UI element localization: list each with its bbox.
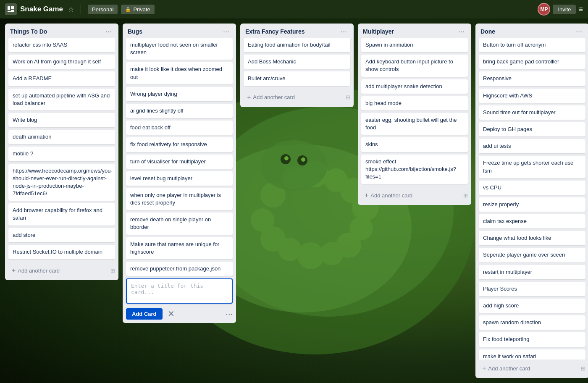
card-things-to-do-0[interactable]: refactor css into SAAS [8, 38, 115, 52]
card-done-6[interactable]: add ui tests [479, 139, 585, 153]
header-divider [81, 4, 81, 14]
column-title-done: Done [480, 28, 495, 35]
plus-icon-done: + [482, 365, 486, 372]
column-title-things-to-do: Things To Do [10, 28, 47, 35]
card-done-7[interactable]: Freeze time up gets shorter each use fsm [479, 156, 585, 178]
column-header-multiplayer: Multiplayer··· [358, 24, 471, 38]
header: Snake Game ☆ Personal 🔒 Private MP Invit… [0, 0, 588, 18]
add-card-label-multiplayer: Add another card [370, 192, 412, 199]
column-title-extra-fancy-features: Extra Fancy Features [245, 28, 305, 35]
add-card-button-things-to-do[interactable]: +Add another card [8, 264, 110, 277]
card-things-to-do-9[interactable]: add store [8, 228, 115, 242]
form-more-button-bugs[interactable]: ··· [226, 309, 233, 319]
private-button[interactable]: 🔒 Private [121, 5, 154, 14]
card-bugs-9[interactable]: remove death on single player on bborder [126, 212, 233, 234]
card-things-to-do-6[interactable]: mobile ? [8, 147, 115, 161]
card-multiplayer-0[interactable]: Spawn in animation [361, 38, 468, 52]
add-card-label-things-to-do: Add another card [18, 268, 60, 274]
card-bugs-8[interactable]: when only one player in multiplayer is d… [126, 188, 233, 210]
column-done: Done···Button to turn off acronymbring b… [475, 24, 588, 378]
card-bugs-11[interactable]: remove puppeteer from package.json [126, 262, 233, 276]
personal-button[interactable]: Personal [88, 5, 118, 14]
card-bugs-7[interactable]: level reset bug mutlplayer [126, 171, 233, 186]
column-menu-button-bugs[interactable]: ··· [221, 28, 231, 35]
column-header-bugs: Bugs··· [123, 24, 236, 38]
column-menu-button-things-to-do[interactable]: ··· [104, 28, 113, 35]
card-done-4[interactable]: Sound time out for multiplayer [479, 105, 585, 120]
card-template-icon-multiplayer[interactable]: ⊞ [463, 192, 468, 199]
header-menu-button[interactable]: ≡ [578, 5, 583, 14]
card-bugs-2[interactable]: Wrong player dying [126, 87, 233, 101]
card-template-icon-done[interactable]: ⊞ [581, 365, 585, 372]
plus-icon-multiplayer: + [365, 192, 368, 199]
invite-button[interactable]: Invite [553, 5, 576, 14]
card-done-1[interactable]: bring back game pad controlller [479, 55, 585, 69]
column-menu-button-multiplayer[interactable]: ··· [457, 28, 466, 35]
card-done-11[interactable]: Change what food looks like [479, 231, 585, 245]
add-card-button-done[interactable]: +Add another card [479, 362, 581, 375]
card-extra-fancy-features-2[interactable]: Bullet arc/cruve [244, 71, 350, 86]
card-things-to-do-1[interactable]: Work on AI from going through it self [8, 55, 115, 69]
card-done-12[interactable]: Seperate player game over sceen [479, 248, 585, 262]
card-done-16[interactable]: spawn random direction [479, 315, 585, 330]
card-things-to-do-8[interactable]: Add browser capability for firefox and s… [8, 203, 115, 225]
card-things-to-do-2[interactable]: Add a README [8, 71, 115, 86]
add-card-submit-button-bugs[interactable]: Add Card [126, 308, 163, 320]
header-right: MP Invite ≡ [538, 3, 583, 16]
card-template-icon-extra-fancy-features[interactable]: ⊞ [346, 94, 350, 100]
star-icon[interactable]: ☆ [68, 5, 74, 13]
add-card-button-multiplayer[interactable]: +Add another card [361, 189, 463, 202]
add-card-form-bugs: Add Card✕··· [123, 278, 236, 323]
column-footer-extra-fancy-features: +Add another card⊞ [240, 89, 354, 107]
board-area: Things To Do···refactor css into SAASWor… [0, 18, 588, 383]
add-card-button-extra-fancy-features[interactable]: +Add another card [244, 91, 346, 104]
card-multiplayer-4[interactable]: easter egg, shooting bullet will get the… [361, 113, 468, 135]
column-footer-done: +Add another card⊞ [475, 359, 588, 378]
add-card-label-done: Add another card [488, 365, 530, 372]
card-extra-fancy-features-1[interactable]: Add Boss Mechanic [244, 55, 350, 69]
card-things-to-do-4[interactable]: Write blog [8, 113, 115, 127]
card-multiplayer-6[interactable]: smoke effect https://github.com/bijectio… [361, 155, 468, 184]
card-done-5[interactable]: Deploy to GH pages [479, 122, 585, 136]
card-done-18[interactable]: make it work on safari [479, 349, 585, 359]
card-things-to-do-10[interactable]: Restrict Socket.IO to multiple domain [8, 245, 115, 259]
card-multiplayer-2[interactable]: add multiplayer snake detection [361, 79, 468, 94]
card-multiplayer-5[interactable]: skins [361, 137, 468, 152]
svg-rect-2 [8, 11, 14, 12]
card-done-13[interactable]: restart in multiplayer [479, 265, 585, 279]
card-bugs-10[interactable]: Make sure that names are unique for high… [126, 237, 233, 259]
card-bugs-1[interactable]: make it look like it does when zoomed ou… [126, 62, 233, 84]
card-bugs-4[interactable]: food eat back off [126, 121, 233, 135]
column-title-multiplayer: Multiplayer [363, 28, 394, 35]
card-done-0[interactable]: Button to turn off acronym [479, 38, 585, 52]
card-done-17[interactable]: Fix food teleporting [479, 332, 585, 346]
column-menu-button-done[interactable]: ··· [574, 28, 584, 35]
card-things-to-do-3[interactable]: set up automated pipeline with ASG and l… [8, 89, 115, 110]
card-done-10[interactable]: claim tax expense [479, 214, 585, 228]
card-done-14[interactable]: Player Scores [479, 282, 585, 296]
column-cards-extra-fancy-features: Eating food animation for body/tailAdd B… [240, 38, 354, 89]
svg-rect-1 [11, 6, 14, 9]
card-done-15[interactable]: add high score [479, 299, 585, 313]
card-things-to-do-7[interactable]: https://www.freecodecamp.org/news/you-sh… [8, 164, 115, 201]
card-done-8[interactable]: vs CPU [479, 181, 585, 195]
card-done-2[interactable]: Responsive [479, 71, 585, 86]
personal-label: Personal [92, 6, 113, 13]
card-bugs-3[interactable]: ai grid lines slightly off [126, 104, 233, 118]
card-done-3[interactable]: Highscore with AWS [479, 89, 585, 103]
column-title-bugs: Bugs [128, 28, 142, 35]
card-template-icon-things-to-do[interactable]: ⊞ [110, 268, 115, 274]
lock-icon: 🔒 [125, 7, 131, 12]
column-footer-things-to-do: +Add another card⊞ [5, 262, 118, 280]
card-bugs-0[interactable]: multiplayer food not seen on smaller scr… [126, 38, 233, 60]
card-done-9[interactable]: resize properly [479, 197, 585, 212]
card-bugs-6[interactable]: turn of visualiser for multiplayer [126, 155, 233, 169]
card-multiplayer-1[interactable]: Add keyboard button input picture to sho… [361, 55, 468, 76]
card-extra-fancy-features-0[interactable]: Eating food animation for body/tail [244, 38, 350, 52]
card-things-to-do-5[interactable]: death animation [8, 130, 115, 144]
add-card-cancel-button-bugs[interactable]: ✕ [166, 308, 176, 320]
column-menu-button-extra-fancy-features[interactable]: ··· [339, 28, 349, 35]
card-multiplayer-3[interactable]: big head mode [361, 96, 468, 110]
card-title-input-bugs[interactable] [126, 278, 233, 304]
card-bugs-5[interactable]: fix food relativety for responsive [126, 137, 233, 152]
